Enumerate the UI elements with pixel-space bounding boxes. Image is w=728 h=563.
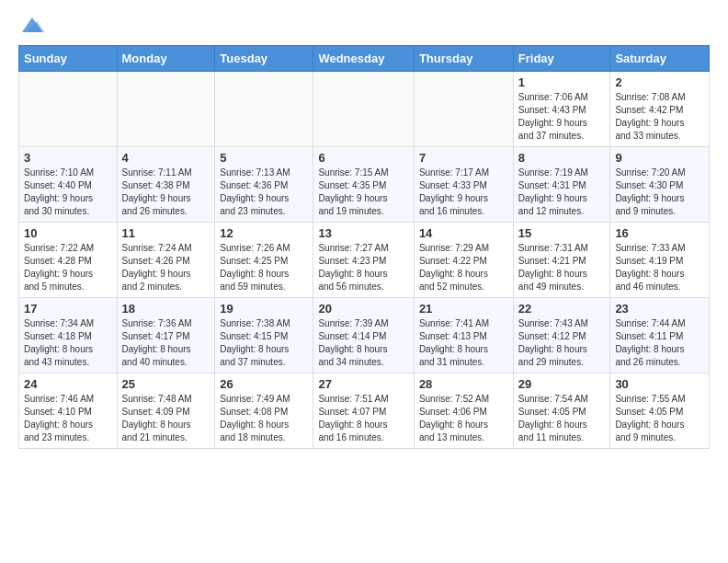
day-info: Sunrise: 7:44 AM Sunset: 4:11 PM Dayligh…: [615, 317, 704, 369]
calendar-cell: [117, 72, 215, 147]
day-number: 7: [419, 151, 508, 165]
day-number: 12: [220, 226, 308, 240]
day-info: Sunrise: 7:48 AM Sunset: 4:09 PM Dayligh…: [122, 393, 210, 444]
calendar-cell: 6Sunrise: 7:15 AM Sunset: 4:35 PM Daylig…: [313, 147, 414, 223]
day-info: Sunrise: 7:15 AM Sunset: 4:35 PM Dayligh…: [318, 167, 408, 218]
day-number: 26: [220, 377, 308, 391]
calendar-week-5: 24Sunrise: 7:46 AM Sunset: 4:10 PM Dayli…: [19, 373, 710, 449]
day-number: 29: [518, 377, 606, 391]
day-number: 4: [122, 151, 210, 165]
day-header-wednesday: Wednesday: [313, 46, 414, 72]
day-info: Sunrise: 7:38 AM Sunset: 4:15 PM Dayligh…: [220, 317, 308, 369]
day-number: 2: [615, 75, 704, 89]
calendar-cell: 18Sunrise: 7:36 AM Sunset: 4:17 PM Dayli…: [117, 298, 215, 373]
calendar-cell: [414, 72, 513, 147]
day-number: 8: [518, 151, 606, 165]
day-number: 17: [24, 302, 112, 316]
day-info: Sunrise: 7:33 AM Sunset: 4:19 PM Dayligh…: [615, 242, 704, 293]
day-info: Sunrise: 7:11 AM Sunset: 4:38 PM Dayligh…: [122, 167, 210, 218]
day-number: 6: [318, 151, 408, 165]
day-info: Sunrise: 7:29 AM Sunset: 4:22 PM Dayligh…: [419, 242, 508, 293]
day-info: Sunrise: 7:52 AM Sunset: 4:06 PM Dayligh…: [419, 393, 508, 444]
calendar-cell: 17Sunrise: 7:34 AM Sunset: 4:18 PM Dayli…: [19, 298, 118, 373]
header: [18, 14, 710, 36]
calendar-cell: 1Sunrise: 7:06 AM Sunset: 4:43 PM Daylig…: [513, 72, 610, 147]
day-info: Sunrise: 7:54 AM Sunset: 4:05 PM Dayligh…: [518, 393, 606, 444]
day-number: 1: [518, 75, 606, 89]
calendar-cell: 30Sunrise: 7:55 AM Sunset: 4:05 PM Dayli…: [610, 373, 710, 449]
day-number: 14: [419, 226, 508, 240]
day-number: 11: [122, 226, 210, 240]
calendar-cell: [313, 72, 414, 147]
calendar-cell: 2Sunrise: 7:08 AM Sunset: 4:42 PM Daylig…: [610, 72, 710, 147]
day-info: Sunrise: 7:24 AM Sunset: 4:26 PM Dayligh…: [122, 242, 210, 293]
day-number: 22: [518, 302, 606, 316]
calendar-cell: 14Sunrise: 7:29 AM Sunset: 4:22 PM Dayli…: [414, 223, 513, 298]
calendar-cell: 3Sunrise: 7:10 AM Sunset: 4:40 PM Daylig…: [19, 147, 118, 223]
calendar-cell: 22Sunrise: 7:43 AM Sunset: 4:12 PM Dayli…: [513, 298, 610, 373]
day-number: 10: [24, 226, 112, 240]
calendar-cell: 29Sunrise: 7:54 AM Sunset: 4:05 PM Dayli…: [513, 373, 610, 449]
day-number: 18: [122, 302, 210, 316]
day-number: 13: [318, 226, 408, 240]
day-number: 30: [615, 377, 704, 391]
day-number: 9: [615, 151, 704, 165]
calendar-cell: 9Sunrise: 7:20 AM Sunset: 4:30 PM Daylig…: [610, 147, 710, 223]
calendar-cell: 23Sunrise: 7:44 AM Sunset: 4:11 PM Dayli…: [610, 298, 710, 373]
calendar-cell: 27Sunrise: 7:51 AM Sunset: 4:07 PM Dayli…: [313, 373, 414, 449]
day-number: 21: [419, 302, 508, 316]
day-number: 15: [518, 226, 606, 240]
day-info: Sunrise: 7:06 AM Sunset: 4:43 PM Dayligh…: [518, 91, 606, 143]
day-info: Sunrise: 7:08 AM Sunset: 4:42 PM Dayligh…: [615, 91, 704, 143]
calendar-cell: [19, 72, 118, 147]
page: SundayMondayTuesdayWednesdayThursdayFrid…: [0, 0, 728, 463]
calendar-week-3: 10Sunrise: 7:22 AM Sunset: 4:28 PM Dayli…: [19, 223, 710, 298]
day-header-tuesday: Tuesday: [215, 46, 313, 72]
calendar-cell: 24Sunrise: 7:46 AM Sunset: 4:10 PM Dayli…: [19, 373, 118, 449]
day-info: Sunrise: 7:31 AM Sunset: 4:21 PM Dayligh…: [518, 242, 606, 293]
calendar-cell: 16Sunrise: 7:33 AM Sunset: 4:19 PM Dayli…: [610, 223, 710, 298]
day-header-friday: Friday: [513, 46, 610, 72]
day-number: 28: [419, 377, 508, 391]
calendar-cell: 19Sunrise: 7:38 AM Sunset: 4:15 PM Dayli…: [215, 298, 313, 373]
day-info: Sunrise: 7:55 AM Sunset: 4:05 PM Dayligh…: [615, 393, 704, 444]
day-header-thursday: Thursday: [414, 46, 513, 72]
calendar-cell: 25Sunrise: 7:48 AM Sunset: 4:09 PM Dayli…: [117, 373, 215, 449]
calendar-cell: 12Sunrise: 7:26 AM Sunset: 4:25 PM Dayli…: [215, 223, 313, 298]
day-info: Sunrise: 7:46 AM Sunset: 4:10 PM Dayligh…: [24, 393, 112, 444]
day-number: 25: [122, 377, 210, 391]
calendar-cell: 4Sunrise: 7:11 AM Sunset: 4:38 PM Daylig…: [117, 147, 215, 223]
day-info: Sunrise: 7:39 AM Sunset: 4:14 PM Dayligh…: [318, 317, 408, 369]
day-info: Sunrise: 7:43 AM Sunset: 4:12 PM Dayligh…: [518, 317, 606, 369]
calendar-cell: 8Sunrise: 7:19 AM Sunset: 4:31 PM Daylig…: [513, 147, 610, 223]
day-header-sunday: Sunday: [19, 46, 118, 72]
calendar-cell: 7Sunrise: 7:17 AM Sunset: 4:33 PM Daylig…: [414, 147, 513, 223]
logo: [18, 14, 46, 36]
calendar-cell: 15Sunrise: 7:31 AM Sunset: 4:21 PM Dayli…: [513, 223, 610, 298]
day-info: Sunrise: 7:19 AM Sunset: 4:31 PM Dayligh…: [518, 167, 606, 218]
calendar-cell: 10Sunrise: 7:22 AM Sunset: 4:28 PM Dayli…: [19, 223, 118, 298]
calendar-cell: 20Sunrise: 7:39 AM Sunset: 4:14 PM Dayli…: [313, 298, 414, 373]
calendar-cell: 13Sunrise: 7:27 AM Sunset: 4:23 PM Dayli…: [313, 223, 414, 298]
calendar: SundayMondayTuesdayWednesdayThursdayFrid…: [18, 45, 710, 449]
day-info: Sunrise: 7:10 AM Sunset: 4:40 PM Dayligh…: [24, 167, 112, 218]
day-number: 20: [318, 302, 408, 316]
calendar-week-4: 17Sunrise: 7:34 AM Sunset: 4:18 PM Dayli…: [19, 298, 710, 373]
day-info: Sunrise: 7:26 AM Sunset: 4:25 PM Dayligh…: [220, 242, 308, 293]
day-number: 23: [615, 302, 704, 316]
day-info: Sunrise: 7:34 AM Sunset: 4:18 PM Dayligh…: [24, 317, 112, 369]
day-number: 3: [24, 151, 112, 165]
day-info: Sunrise: 7:36 AM Sunset: 4:17 PM Dayligh…: [122, 317, 210, 369]
day-info: Sunrise: 7:27 AM Sunset: 4:23 PM Dayligh…: [318, 242, 408, 293]
day-number: 5: [220, 151, 308, 165]
calendar-cell: 11Sunrise: 7:24 AM Sunset: 4:26 PM Dayli…: [117, 223, 215, 298]
day-info: Sunrise: 7:41 AM Sunset: 4:13 PM Dayligh…: [419, 317, 508, 369]
day-info: Sunrise: 7:22 AM Sunset: 4:28 PM Dayligh…: [24, 242, 112, 293]
day-number: 16: [615, 226, 704, 240]
day-info: Sunrise: 7:13 AM Sunset: 4:36 PM Dayligh…: [220, 167, 308, 218]
calendar-cell: 21Sunrise: 7:41 AM Sunset: 4:13 PM Dayli…: [414, 298, 513, 373]
calendar-week-1: 1Sunrise: 7:06 AM Sunset: 4:43 PM Daylig…: [19, 72, 710, 147]
day-number: 27: [318, 377, 408, 391]
calendar-header-row: SundayMondayTuesdayWednesdayThursdayFrid…: [19, 46, 710, 72]
calendar-cell: 5Sunrise: 7:13 AM Sunset: 4:36 PM Daylig…: [215, 147, 313, 223]
